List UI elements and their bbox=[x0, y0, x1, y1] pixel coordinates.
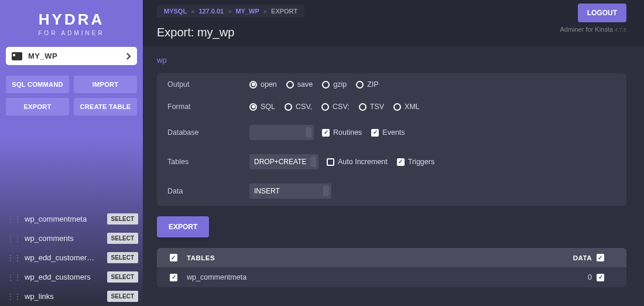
sidebar-table-row[interactable]: ⋮⋮ wp_edd_customers SELECT bbox=[7, 267, 138, 287]
radio-icon bbox=[359, 103, 366, 111]
drag-handle-icon: ⋮⋮ bbox=[7, 273, 21, 281]
output-radio-open[interactable]: open bbox=[249, 80, 277, 89]
format-option-label: SQL bbox=[261, 103, 275, 111]
format-radio-sql[interactable]: SQL bbox=[249, 103, 275, 111]
sidebar-table-row[interactable]: ⋮⋮ wp_commentmeta SELECT bbox=[7, 209, 138, 229]
format-row: Format SQL CSV, CSV; TSV XML bbox=[157, 96, 626, 118]
tables-header-label: TABLES bbox=[187, 254, 215, 261]
logo-text: HYDRA bbox=[0, 11, 143, 29]
import-button[interactable]: IMPORT bbox=[74, 76, 137, 93]
sql-command-button[interactable]: SQL COMMAND bbox=[6, 76, 69, 93]
radio-icon bbox=[249, 81, 257, 89]
sidebar-table-name: wp_links bbox=[25, 292, 107, 301]
format-radio-csv-comma[interactable]: CSV, bbox=[285, 103, 312, 111]
sidebar-table-name: wp_edd_customers bbox=[25, 273, 107, 281]
tables-select[interactable]: DROP+CREATE bbox=[249, 154, 318, 169]
drag-handle-icon: ⋮⋮ bbox=[7, 215, 21, 223]
output-radio-zip[interactable]: ZIP bbox=[356, 80, 378, 89]
checkbox-icon bbox=[371, 129, 379, 137]
grid-row-checkbox[interactable] bbox=[170, 274, 181, 281]
data-row: Data INSERT bbox=[157, 176, 626, 206]
sidebar: HYDRA FOR ADMINER MY_WP SQL COMMAND IMPO… bbox=[0, 0, 143, 306]
autoincrement-label: Auto Increment bbox=[338, 158, 388, 166]
breadcrumb-current: EXPORT bbox=[271, 8, 297, 15]
triggers-checkbox[interactable]: Triggers bbox=[397, 158, 434, 166]
output-radio-save[interactable]: save bbox=[286, 80, 313, 89]
sidebar-table-select-button[interactable]: SELECT bbox=[107, 213, 138, 225]
routines-checkbox[interactable]: Routines bbox=[322, 128, 362, 137]
sidebar-table-row[interactable]: ⋮⋮ wp_comments SELECT bbox=[7, 229, 138, 248]
breadcrumb-sep: » bbox=[228, 8, 231, 15]
schema-link[interactable]: wp bbox=[157, 56, 167, 64]
export-options-panel: Output open save gzip ZIP Format SQL CSV… bbox=[157, 73, 626, 206]
tables-grid: TABLES DATA wp_commentmeta 0 bbox=[157, 248, 626, 287]
sidebar-table-name: wp_comments bbox=[25, 234, 107, 243]
logout-button[interactable]: LOGOUT bbox=[578, 4, 626, 22]
output-option-label: open bbox=[261, 80, 277, 89]
grid-row-name: wp_commentmeta bbox=[187, 273, 246, 281]
output-option-label: gzip bbox=[333, 80, 347, 89]
page-title: Export: my_wp bbox=[157, 26, 626, 39]
sidebar-table-select-button[interactable]: SELECT bbox=[107, 291, 138, 302]
tables-grid-header: TABLES DATA bbox=[157, 248, 626, 267]
database-select[interactable] bbox=[249, 125, 314, 140]
tables-row: Tables DROP+CREATE Auto Increment Trigge… bbox=[157, 147, 626, 176]
format-option-label: CSV; bbox=[333, 103, 350, 111]
tables-header-checkbox[interactable] bbox=[170, 254, 181, 261]
radio-icon bbox=[285, 103, 292, 111]
format-label: Format bbox=[167, 103, 249, 111]
grid-row-data-checkbox[interactable] bbox=[597, 274, 608, 281]
breadcrumb-sep: » bbox=[191, 8, 194, 15]
sidebar-table-select-button[interactable]: SELECT bbox=[107, 271, 138, 283]
breadcrumb: MYSQL » 127.0.01 » MY_WP » EXPORT bbox=[157, 5, 304, 18]
events-checkbox[interactable]: Events bbox=[371, 128, 405, 137]
database-icon bbox=[12, 52, 22, 60]
drag-handle-icon: ⋮⋮ bbox=[7, 293, 21, 301]
radio-icon bbox=[249, 103, 257, 111]
grid-row-data: 0 bbox=[588, 273, 592, 281]
radio-icon bbox=[393, 103, 401, 111]
drag-handle-icon: ⋮⋮ bbox=[7, 234, 21, 243]
breadcrumb-mysql[interactable]: MYSQL bbox=[164, 8, 187, 15]
sidebar-table-row[interactable]: ⋮⋮ wp_links SELECT bbox=[7, 287, 138, 306]
logo-subtext: FOR ADMINER bbox=[0, 30, 143, 36]
sidebar-table-list: ⋮⋮ wp_commentmeta SELECT ⋮⋮ wp_comments … bbox=[0, 209, 143, 306]
checkbox-icon bbox=[322, 129, 330, 137]
radio-icon bbox=[322, 81, 330, 89]
output-row: Output open save gzip ZIP bbox=[157, 73, 626, 96]
format-option-label: TSV bbox=[370, 103, 384, 111]
data-select[interactable]: INSERT bbox=[249, 183, 331, 199]
adminer-attribution: Adminer for Kinsta 4.7.8 bbox=[560, 26, 626, 33]
data-header-checkbox[interactable] bbox=[597, 254, 608, 261]
breadcrumb-host[interactable]: 127.0.01 bbox=[198, 8, 224, 15]
checkbox-icon bbox=[170, 274, 177, 281]
topbar: LOGOUT MYSQL » 127.0.01 » MY_WP » EXPORT… bbox=[143, 0, 644, 46]
sidebar-table-select-button[interactable]: SELECT bbox=[107, 252, 138, 263]
attribution-version: 4.7.8 bbox=[615, 27, 626, 33]
sidebar-table-name: wp_edd_customer… bbox=[25, 253, 107, 262]
checkbox-icon bbox=[597, 274, 604, 281]
database-selector[interactable]: MY_WP bbox=[6, 47, 137, 65]
attribution-text: Adminer for Kinsta bbox=[560, 26, 612, 33]
breadcrumb-db[interactable]: MY_WP bbox=[235, 8, 259, 15]
main: LOGOUT MYSQL » 127.0.01 » MY_WP » EXPORT… bbox=[143, 0, 644, 306]
database-label: Database bbox=[167, 128, 249, 137]
output-radio-gzip[interactable]: gzip bbox=[322, 80, 347, 89]
output-option-label: ZIP bbox=[367, 80, 378, 89]
data-label: Data bbox=[167, 187, 249, 195]
export-button[interactable]: EXPORT bbox=[157, 216, 209, 237]
format-radio-csv-semi[interactable]: CSV; bbox=[321, 103, 350, 111]
format-radio-tsv[interactable]: TSV bbox=[359, 103, 384, 111]
checkbox-icon bbox=[327, 158, 334, 166]
checkbox-icon bbox=[597, 254, 604, 261]
tables-label: Tables bbox=[167, 158, 249, 166]
export-button-side[interactable]: EXPORT bbox=[6, 98, 69, 115]
format-option-label: XML bbox=[405, 103, 420, 111]
logo: HYDRA FOR ADMINER bbox=[0, 0, 143, 39]
format-radio-xml[interactable]: XML bbox=[393, 103, 420, 111]
sidebar-table-select-button[interactable]: SELECT bbox=[107, 233, 138, 244]
create-table-button[interactable]: CREATE TABLE bbox=[74, 98, 137, 115]
autoincrement-checkbox[interactable]: Auto Increment bbox=[327, 158, 388, 166]
sidebar-table-row[interactable]: ⋮⋮ wp_edd_customer… SELECT bbox=[7, 248, 138, 267]
tables-grid-row: wp_commentmeta 0 bbox=[157, 267, 626, 287]
